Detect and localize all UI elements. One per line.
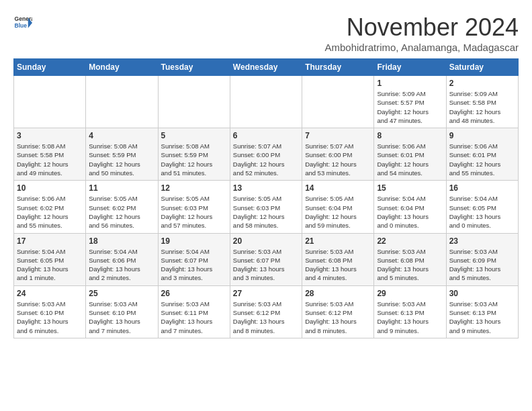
day-header-tuesday: Tuesday: [158, 59, 230, 76]
calendar-cell: 22Sunrise: 5:03 AM Sunset: 6:08 PM Dayli…: [374, 233, 446, 285]
day-info: Sunrise: 5:03 AM Sunset: 6:12 PM Dayligh…: [233, 300, 299, 335]
day-info: Sunrise: 5:03 AM Sunset: 6:09 PM Dayligh…: [449, 247, 515, 283]
day-info: Sunrise: 5:03 AM Sunset: 6:12 PM Dayligh…: [305, 300, 371, 335]
title-block: November 2024 Ambohidratrimo, Analamanga…: [325, 13, 519, 53]
calendar-cell: 7Sunrise: 5:07 AM Sunset: 6:00 PM Daylig…: [302, 128, 374, 181]
day-info: Sunrise: 5:03 AM Sunset: 6:08 PM Dayligh…: [305, 247, 371, 283]
location: Ambohidratrimo, Analamanga, Madagascar: [325, 42, 519, 53]
calendar-cell: 17Sunrise: 5:04 AM Sunset: 6:05 PM Dayli…: [14, 233, 86, 285]
day-number: 10: [17, 183, 83, 193]
calendar-cell: [86, 76, 158, 128]
week-row-5: 24Sunrise: 5:03 AM Sunset: 6:10 PM Dayli…: [14, 285, 519, 338]
day-info: Sunrise: 5:06 AM Sunset: 6:01 PM Dayligh…: [449, 142, 515, 177]
day-info: Sunrise: 5:03 AM Sunset: 6:08 PM Dayligh…: [377, 247, 443, 283]
day-info: Sunrise: 5:08 AM Sunset: 5:59 PM Dayligh…: [161, 142, 227, 177]
calendar-cell: 14Sunrise: 5:05 AM Sunset: 6:04 PM Dayli…: [302, 181, 374, 233]
calendar-cell: 21Sunrise: 5:03 AM Sunset: 6:08 PM Dayli…: [302, 233, 374, 285]
day-header-sunday: Sunday: [14, 59, 86, 76]
day-number: 30: [449, 289, 515, 298]
day-number: 11: [89, 183, 154, 193]
day-number: 12: [161, 183, 227, 193]
calendar-cell: 25Sunrise: 5:03 AM Sunset: 6:10 PM Dayli…: [86, 285, 158, 338]
day-info: Sunrise: 5:06 AM Sunset: 6:02 PM Dayligh…: [17, 194, 83, 230]
day-info: Sunrise: 5:03 AM Sunset: 6:13 PM Dayligh…: [449, 300, 515, 335]
day-number: 28: [305, 289, 371, 298]
day-info: Sunrise: 5:07 AM Sunset: 6:00 PM Dayligh…: [305, 142, 371, 177]
day-number: 17: [17, 236, 83, 246]
logo-icon: General Blue: [13, 13, 32, 32]
calendar-cell: 18Sunrise: 5:04 AM Sunset: 6:06 PM Dayli…: [86, 233, 158, 285]
calendar-cell: 20Sunrise: 5:03 AM Sunset: 6:07 PM Dayli…: [230, 233, 302, 285]
day-number: 7: [305, 131, 371, 140]
day-header-saturday: Saturday: [446, 59, 518, 76]
day-number: 21: [305, 236, 371, 246]
calendar-cell: 10Sunrise: 5:06 AM Sunset: 6:02 PM Dayli…: [14, 181, 86, 233]
day-header-wednesday: Wednesday: [230, 59, 302, 76]
day-header-monday: Monday: [86, 59, 158, 76]
calendar-cell: 8Sunrise: 5:06 AM Sunset: 6:01 PM Daylig…: [374, 128, 446, 181]
day-info: Sunrise: 5:05 AM Sunset: 6:04 PM Dayligh…: [305, 194, 371, 230]
day-info: Sunrise: 5:03 AM Sunset: 6:11 PM Dayligh…: [161, 300, 227, 335]
day-info: Sunrise: 5:06 AM Sunset: 6:01 PM Dayligh…: [377, 142, 443, 177]
day-info: Sunrise: 5:09 AM Sunset: 5:57 PM Dayligh…: [377, 89, 443, 125]
day-number: 22: [377, 236, 443, 246]
calendar-cell: 2Sunrise: 5:09 AM Sunset: 5:58 PM Daylig…: [446, 76, 518, 128]
calendar-cell: 9Sunrise: 5:06 AM Sunset: 6:01 PM Daylig…: [446, 128, 518, 181]
day-number: 5: [161, 131, 227, 140]
calendar-cell: 16Sunrise: 5:04 AM Sunset: 6:05 PM Dayli…: [446, 181, 518, 233]
day-number: 4: [89, 131, 154, 140]
logo: General Blue: [13, 13, 32, 32]
calendar-cell: [14, 76, 86, 128]
day-number: 14: [305, 183, 371, 193]
day-number: 3: [17, 131, 83, 140]
day-info: Sunrise: 5:08 AM Sunset: 5:59 PM Dayligh…: [89, 142, 154, 177]
day-info: Sunrise: 5:03 AM Sunset: 6:13 PM Dayligh…: [377, 300, 443, 335]
calendar-cell: 3Sunrise: 5:08 AM Sunset: 5:58 PM Daylig…: [14, 128, 86, 181]
calendar-cell: 27Sunrise: 5:03 AM Sunset: 6:12 PM Dayli…: [230, 285, 302, 338]
week-row-1: 1Sunrise: 5:09 AM Sunset: 5:57 PM Daylig…: [14, 76, 519, 128]
day-info: Sunrise: 5:04 AM Sunset: 6:04 PM Dayligh…: [377, 194, 443, 230]
calendar-cell: 5Sunrise: 5:08 AM Sunset: 5:59 PM Daylig…: [158, 128, 230, 181]
week-row-2: 3Sunrise: 5:08 AM Sunset: 5:58 PM Daylig…: [14, 128, 519, 181]
calendar-table: SundayMondayTuesdayWednesdayThursdayFrid…: [13, 58, 519, 338]
day-number: 26: [161, 289, 227, 298]
day-number: 16: [449, 183, 515, 193]
calendar-cell: 23Sunrise: 5:03 AM Sunset: 6:09 PM Dayli…: [446, 233, 518, 285]
calendar-cell: 24Sunrise: 5:03 AM Sunset: 6:10 PM Dayli…: [14, 285, 86, 338]
day-number: 19: [161, 236, 227, 246]
day-number: 6: [233, 131, 299, 140]
day-number: 15: [377, 183, 443, 193]
day-info: Sunrise: 5:05 AM Sunset: 6:03 PM Dayligh…: [233, 194, 299, 230]
day-info: Sunrise: 5:03 AM Sunset: 6:07 PM Dayligh…: [233, 247, 299, 283]
day-number: 29: [377, 289, 443, 298]
day-number: 27: [233, 289, 299, 298]
day-number: 2: [449, 79, 515, 88]
day-info: Sunrise: 5:07 AM Sunset: 6:00 PM Dayligh…: [233, 142, 299, 177]
day-info: Sunrise: 5:05 AM Sunset: 6:03 PM Dayligh…: [161, 194, 227, 230]
calendar-cell: 26Sunrise: 5:03 AM Sunset: 6:11 PM Dayli…: [158, 285, 230, 338]
day-info: Sunrise: 5:04 AM Sunset: 6:05 PM Dayligh…: [449, 194, 515, 230]
day-number: 9: [449, 131, 515, 140]
day-number: 24: [17, 289, 83, 298]
day-number: 20: [233, 236, 299, 246]
day-info: Sunrise: 5:04 AM Sunset: 6:07 PM Dayligh…: [161, 247, 227, 283]
day-number: 8: [377, 131, 443, 140]
day-number: 1: [377, 79, 443, 88]
calendar-cell: 13Sunrise: 5:05 AM Sunset: 6:03 PM Dayli…: [230, 181, 302, 233]
day-header-friday: Friday: [374, 59, 446, 76]
day-header-thursday: Thursday: [302, 59, 374, 76]
calendar-cell: 29Sunrise: 5:03 AM Sunset: 6:13 PM Dayli…: [374, 285, 446, 338]
day-info: Sunrise: 5:09 AM Sunset: 5:58 PM Dayligh…: [449, 89, 515, 125]
calendar-header-row: SundayMondayTuesdayWednesdayThursdayFrid…: [14, 59, 519, 76]
calendar-cell: 11Sunrise: 5:05 AM Sunset: 6:02 PM Dayli…: [86, 181, 158, 233]
day-number: 18: [89, 236, 154, 246]
svg-text:Blue: Blue: [15, 22, 28, 29]
day-info: Sunrise: 5:05 AM Sunset: 6:02 PM Dayligh…: [89, 194, 154, 230]
calendar-cell: [230, 76, 302, 128]
week-row-3: 10Sunrise: 5:06 AM Sunset: 6:02 PM Dayli…: [14, 181, 519, 233]
calendar-cell: 28Sunrise: 5:03 AM Sunset: 6:12 PM Dayli…: [302, 285, 374, 338]
calendar-cell: 15Sunrise: 5:04 AM Sunset: 6:04 PM Dayli…: [374, 181, 446, 233]
calendar-cell: 4Sunrise: 5:08 AM Sunset: 5:59 PM Daylig…: [86, 128, 158, 181]
day-info: Sunrise: 5:04 AM Sunset: 6:06 PM Dayligh…: [89, 247, 154, 283]
month-title: November 2024: [325, 13, 519, 42]
